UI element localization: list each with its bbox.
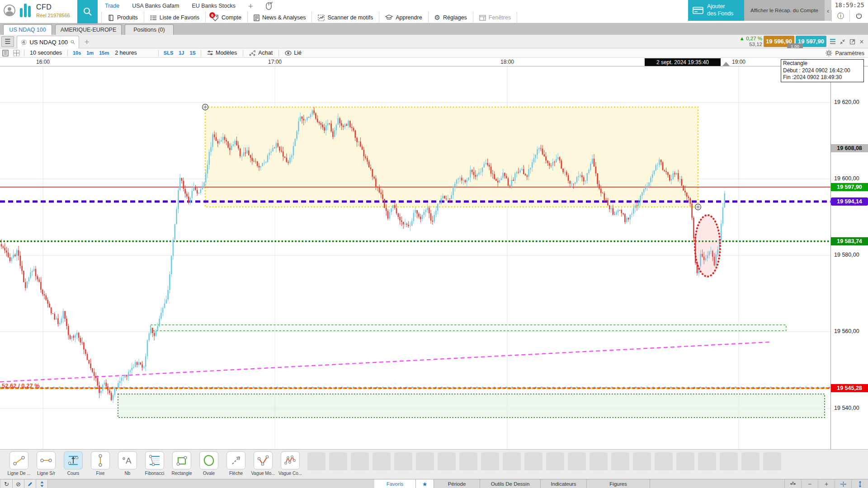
empty-tool-slot bbox=[524, 452, 542, 470]
models-button[interactable]: Modèles bbox=[203, 50, 241, 56]
undo-icon[interactable]: ↻ bbox=[1, 479, 13, 488]
timeframe-2h-label[interactable]: 2 heures bbox=[112, 50, 140, 56]
tool-fibonacci[interactable]: Fibonacci bbox=[142, 451, 167, 476]
popout-window-icon[interactable] bbox=[848, 38, 856, 46]
user-avatar-icon[interactable] bbox=[4, 5, 15, 16]
tool-vague-co[interactable]: Vague Co... bbox=[278, 451, 303, 476]
empty-tool-slots bbox=[307, 452, 781, 470]
watchlist-tab-us-ndaq-100[interactable]: US NDAQ 100 bbox=[3, 24, 52, 35]
candlestick-chart[interactable] bbox=[0, 66, 830, 449]
empty-tool-slot bbox=[590, 452, 608, 470]
workspace-tabs: Trade USA Banks Gafam EU Banks Stocks + bbox=[105, 0, 273, 12]
pencil-icon[interactable] bbox=[24, 479, 36, 488]
bottom-tab-figures[interactable]: Figures bbox=[587, 479, 650, 488]
current-timeframe-label[interactable]: 10 secondes bbox=[27, 50, 65, 56]
empty-tool-slot bbox=[633, 452, 651, 470]
tooltip-start: Début : 2024 0902 16:42:00 bbox=[783, 67, 862, 75]
order-book-icon[interactable] bbox=[829, 38, 837, 46]
menu-item-fenetres[interactable]: Fenêtres bbox=[473, 12, 517, 23]
drawing-rectangle-green-thin[interactable] bbox=[151, 325, 786, 331]
hamburger-menu-icon[interactable]: ☰ bbox=[1, 36, 14, 47]
price-badge-green-level: 19 583,74 bbox=[831, 237, 868, 245]
menu-item-liste-de-favoris[interactable]: Liste de Favoris bbox=[144, 12, 206, 23]
menu-item-news-analyses[interactable]: News & Analyses bbox=[248, 12, 312, 23]
chevron-left-icon[interactable]: ‹ bbox=[825, 0, 831, 21]
favorites-star-icon[interactable]: ★ bbox=[416, 479, 434, 488]
tool-vague-mo[interactable]: Vague Mo... bbox=[250, 451, 276, 476]
pointer-sort-icon[interactable] bbox=[36, 479, 48, 488]
parameters-button[interactable]: Paramètres bbox=[826, 48, 864, 58]
watchlist-tab-positions[interactable]: Positions (0) bbox=[125, 24, 174, 35]
menu-item-reglages[interactable]: ⚙ Réglages bbox=[429, 12, 473, 23]
empty-tool-slot bbox=[741, 452, 760, 470]
empty-tool-slot bbox=[416, 452, 434, 470]
bottom-tab-favoris[interactable]: Favoris bbox=[374, 479, 416, 488]
close-window-icon[interactable]: ✕ bbox=[858, 38, 866, 46]
empty-tool-slot bbox=[698, 452, 716, 470]
drawing-rectangle-green-bottom[interactable] bbox=[118, 394, 825, 418]
workspace-tab-usa-banks[interactable]: USA Banks Gafam bbox=[132, 3, 179, 9]
add-workspace-button[interactable]: + bbox=[248, 2, 253, 10]
empty-tool-slot bbox=[568, 452, 586, 470]
bottom-bar: ↻ ⊘ Favoris ★ Période Outils De Dessin I… bbox=[0, 479, 868, 488]
tool-fleche[interactable]: Flèche bbox=[223, 451, 249, 476]
crosshair-h-icon[interactable] bbox=[835, 479, 851, 488]
menu-item-compte[interactable]: 6 Compte bbox=[206, 12, 248, 23]
tool-ligne-de[interactable]: Ligne De ... bbox=[6, 451, 32, 476]
menu-item-scanner-de-motifs[interactable]: Scanner de motifs bbox=[312, 12, 379, 23]
drawing-anchor-handle[interactable] bbox=[203, 104, 208, 110]
menu-item-apprendre[interactable]: Apprendre bbox=[379, 12, 428, 23]
drawing-anchor-handle[interactable] bbox=[695, 204, 701, 210]
tool-rectangle[interactable]: Rectangle bbox=[169, 451, 194, 476]
menu-item-produits[interactable]: Produits bbox=[102, 12, 144, 23]
account-summary-button[interactable]: Afficher le Récap. du Compte bbox=[744, 0, 825, 21]
watchlist-tab-amerique-europe[interactable]: AMERIQUE-EUROPE bbox=[55, 24, 122, 35]
timeframe-toolbar: 10 secondes 10s 1m 15m 2 heures SLS 1J 1… bbox=[0, 48, 868, 58]
tool-nb[interactable]: A Nb bbox=[115, 451, 140, 476]
price-tick: 19 580,00 bbox=[834, 252, 859, 258]
price-axis[interactable]: 19 620,00 19 600,00 19 580,00 19 560,00 … bbox=[830, 66, 868, 449]
timeframe-1j-button[interactable]: 1J bbox=[176, 50, 187, 56]
erase-icon[interactable]: ⊘ bbox=[13, 479, 24, 488]
timeframe-sls-button[interactable]: SLS bbox=[161, 50, 176, 56]
drawing-ellipse-red[interactable] bbox=[695, 215, 720, 277]
power-icon[interactable] bbox=[849, 10, 868, 22]
minimize-window-icon[interactable] bbox=[838, 38, 846, 46]
instrument-name: US NDAQ 100 bbox=[29, 39, 68, 46]
chart-layout-icon[interactable] bbox=[0, 49, 11, 57]
tool-ovale[interactable]: Ovale bbox=[196, 451, 222, 476]
grid-layout-icon[interactable] bbox=[11, 49, 22, 57]
drawing-trendline-magenta[interactable] bbox=[0, 342, 769, 382]
zoom-in-button[interactable]: + bbox=[818, 479, 835, 488]
timeframe-10s-button[interactable]: 10s bbox=[70, 50, 84, 56]
timeframe-15m-button[interactable]: 15m bbox=[96, 50, 112, 56]
add-funds-button[interactable]: Ajouterdes Fonds bbox=[688, 0, 744, 21]
eye-icon bbox=[285, 51, 292, 56]
tool-cours[interactable]: Cours bbox=[61, 451, 86, 476]
tool-ligne-sr[interactable]: Ligne S/r bbox=[33, 451, 59, 476]
sliders-icon bbox=[207, 50, 213, 56]
bottom-tab-indicateurs[interactable]: Indicateurs bbox=[541, 479, 587, 488]
workspace-tab-eu-banks[interactable]: EU Banks Stocks bbox=[192, 3, 236, 9]
time-axis[interactable]: 16:00 17:00 18:00 19:00 2 sept. 2024 19:… bbox=[0, 58, 868, 66]
bottom-tab-periode[interactable]: Période bbox=[434, 479, 480, 488]
instrument-search-icon[interactable] bbox=[71, 39, 75, 45]
h-scale-icon[interactable] bbox=[784, 479, 801, 488]
workspace-tab-trade[interactable]: Trade bbox=[105, 3, 119, 9]
chart-instrument-tab[interactable]: ④ US NDAQ 100 bbox=[17, 36, 79, 48]
search-button[interactable] bbox=[77, 0, 98, 23]
bottom-tab-outils-de-dessin[interactable]: Outils De Dessin bbox=[480, 479, 541, 488]
linked-view-button[interactable]: Lié bbox=[281, 50, 305, 56]
chart-plot-area[interactable]: 52,62 / 0,27 % Rectangle Début : 2024 09… bbox=[0, 66, 868, 449]
mouse-settings-icon[interactable] bbox=[266, 2, 273, 10]
axis-marker-triangle-icon[interactable] bbox=[722, 62, 730, 66]
timeframe-1s-button[interactable]: 1S bbox=[187, 50, 198, 56]
timeframe-1m-button[interactable]: 1m bbox=[84, 50, 96, 56]
buy-mode-button[interactable]: Achat bbox=[245, 50, 276, 56]
info-icon[interactable]: ⓘ bbox=[831, 10, 849, 22]
tool-fixe[interactable]: Fixe bbox=[88, 451, 113, 476]
v-scale-icon[interactable] bbox=[851, 479, 868, 488]
zoom-out-button[interactable]: − bbox=[801, 479, 818, 488]
add-chart-tab-button[interactable]: + bbox=[82, 38, 91, 47]
rectangle-icon bbox=[175, 455, 188, 466]
